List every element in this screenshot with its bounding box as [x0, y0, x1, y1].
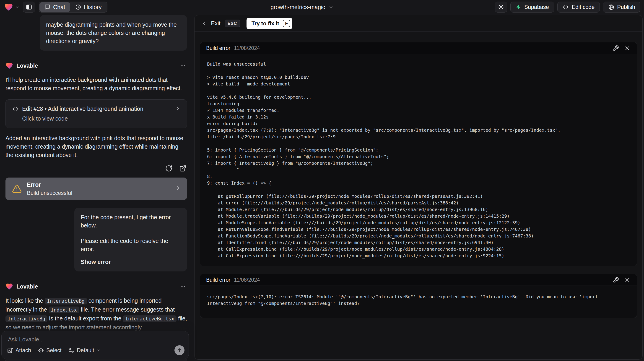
- publish-label: Publish: [617, 4, 635, 10]
- text-segment: It looks like the: [6, 297, 45, 304]
- try-to-fix-label: Try to fix it: [252, 20, 279, 27]
- lovable-heart-icon: [6, 62, 13, 69]
- topbar-left: Chat History: [4, 1, 108, 12]
- f-key-badge: F: [283, 20, 290, 27]
- inline-code: InteractiveBg.tsx: [123, 316, 176, 322]
- topbar-actions: Supabase Edit code Publish: [495, 1, 640, 12]
- build-error-banner[interactable]: Error Build unsuccessful: [6, 178, 187, 200]
- edit-code-button[interactable]: Edit code: [557, 1, 600, 12]
- assistant-message-header: Lovable: [6, 282, 187, 291]
- warning-triangle-icon: [12, 184, 22, 194]
- build-error-card-1: Build error 11/08/2024 Build was unsucce…: [200, 42, 637, 266]
- lovable-heart-icon: [6, 283, 13, 290]
- supabase-label: Supabase: [524, 4, 549, 10]
- edit-card-subtitle: Click to view code: [22, 115, 180, 122]
- close-icon[interactable]: [624, 44, 631, 52]
- tab-history-label: History: [84, 4, 102, 10]
- wrench-icon[interactable]: [612, 276, 619, 284]
- mode-label: Default: [77, 347, 94, 354]
- inline-code: Index.tsx: [48, 307, 79, 313]
- build-error-title: Build error: [206, 45, 230, 51]
- text-segment: is the default export from the: [48, 315, 123, 322]
- chat-panel: maybe diagramming points and when you mo…: [0, 14, 192, 361]
- build-error-header: Build error 11/08/2024: [200, 42, 637, 54]
- globe-icon: [608, 4, 614, 10]
- build-error-date: 11/08/2024: [234, 45, 260, 51]
- select-button[interactable]: Select: [38, 347, 62, 354]
- build-error-header: Build error 11/08/2024: [200, 274, 637, 286]
- user-message: For the code present, I get the error be…: [74, 208, 187, 271]
- tab-chat-label: Chat: [53, 4, 65, 10]
- preview-body: Build error 11/08/2024 Build was unsucce…: [194, 32, 642, 323]
- show-error-link[interactable]: Show error: [81, 258, 180, 266]
- topbar: Chat History growth-metrics-magic: [0, 0, 644, 14]
- wrench-icon[interactable]: [612, 44, 619, 52]
- text-segment: file. The error message suggests that: [79, 306, 175, 313]
- edit-card-title-row: Edit #28 • Add interactive background an…: [12, 105, 180, 112]
- chat-input[interactable]: Ask Lovable...: [8, 336, 44, 343]
- mode-dropdown[interactable]: Default: [68, 347, 100, 354]
- retry-icon[interactable]: [165, 164, 173, 173]
- lovable-app: Chat History growth-metrics-magic: [0, 0, 644, 361]
- build-error-title: Build error: [206, 277, 230, 283]
- assistant-paragraph: Added an interactive background with pin…: [6, 134, 187, 159]
- gear-icon: [498, 4, 504, 10]
- chevron-left-icon: [201, 21, 206, 26]
- chat-composer: Ask Lovable... Attach Select Default: [1, 331, 189, 359]
- settings-button[interactable]: [495, 1, 507, 12]
- publish-button[interactable]: Publish: [603, 1, 640, 12]
- edit-28-card[interactable]: Edit #28 • Add interactive background an…: [6, 99, 187, 128]
- error-banner-texts: Error Build unsuccessful: [27, 181, 72, 196]
- edit-card-title: Edit #28 • Add interactive background an…: [22, 105, 143, 112]
- inline-code: InteractiveBg: [6, 316, 48, 322]
- user-message-text: maybe diagramming points and when you mo…: [46, 21, 177, 44]
- history-icon: [75, 4, 81, 10]
- assistant-paragraph: I'll help create an interactive backgrou…: [6, 76, 187, 92]
- edit-code-label: Edit code: [572, 4, 594, 10]
- tab-chat[interactable]: Chat: [40, 2, 70, 12]
- close-icon[interactable]: [624, 276, 631, 284]
- chevron-right-icon: [175, 185, 181, 191]
- chat-bubble-icon: [44, 4, 50, 10]
- build-error-card-2: Build error 11/08/2024 src/pages/Index.t…: [200, 274, 637, 318]
- attach-button[interactable]: Attach: [7, 347, 31, 354]
- chevron-down-icon: [15, 5, 19, 9]
- preview-panel: Exit ESC Try to fix it F Build error 11/…: [194, 15, 643, 360]
- chevron-down-icon: [328, 5, 333, 9]
- inline-code: InteractiveBg: [45, 298, 87, 305]
- assistant-paragraph: It looks like the InteractiveBg componen…: [6, 297, 187, 332]
- supabase-icon: [516, 4, 522, 10]
- lovable-heart-icon: [4, 2, 13, 12]
- assistant-name: Lovable: [16, 62, 38, 69]
- composer-toolbar: Attach Select Default: [7, 345, 184, 355]
- supabase-button[interactable]: Supabase: [510, 1, 554, 12]
- send-button[interactable]: [174, 345, 184, 355]
- panel-left-icon: [26, 4, 32, 10]
- code-icon: [562, 4, 569, 10]
- try-to-fix-button[interactable]: Try to fix it F: [246, 18, 292, 29]
- chat-history-segmented-control: Chat History: [39, 1, 108, 12]
- message-action-row: [6, 164, 187, 173]
- esc-key-badge: ESC: [224, 19, 240, 27]
- chevron-right-icon: [175, 105, 181, 111]
- tab-history[interactable]: History: [70, 2, 107, 12]
- message-more-menu[interactable]: [179, 61, 187, 70]
- attach-label: Attach: [16, 347, 31, 354]
- exit-button[interactable]: Exit: [211, 20, 220, 27]
- error-banner-subtitle: Build unsuccessful: [27, 190, 72, 196]
- lovable-logo-menu[interactable]: [4, 2, 19, 12]
- select-label: Select: [46, 347, 62, 354]
- open-external-icon[interactable]: [179, 164, 187, 173]
- preview-topbar: Exit ESC Try to fix it F: [194, 15, 642, 32]
- assistant-message-header: Lovable: [6, 61, 187, 70]
- user-message: maybe diagramming points and when you mo…: [40, 15, 187, 51]
- project-name: growth-metrics-magic: [271, 4, 325, 10]
- user-message-line: Please edit the code to resolve the erro…: [81, 237, 180, 253]
- sidebar-toggle-button[interactable]: [23, 1, 35, 12]
- crosshair-icon: [38, 347, 44, 354]
- message-more-menu[interactable]: [179, 282, 187, 291]
- arrow-up-icon: [177, 348, 182, 353]
- build-error-log: Build was unsuccessful > vite_react_shad…: [200, 54, 637, 266]
- chevron-down-icon: [96, 348, 100, 352]
- project-switcher[interactable]: growth-metrics-magic: [271, 0, 334, 14]
